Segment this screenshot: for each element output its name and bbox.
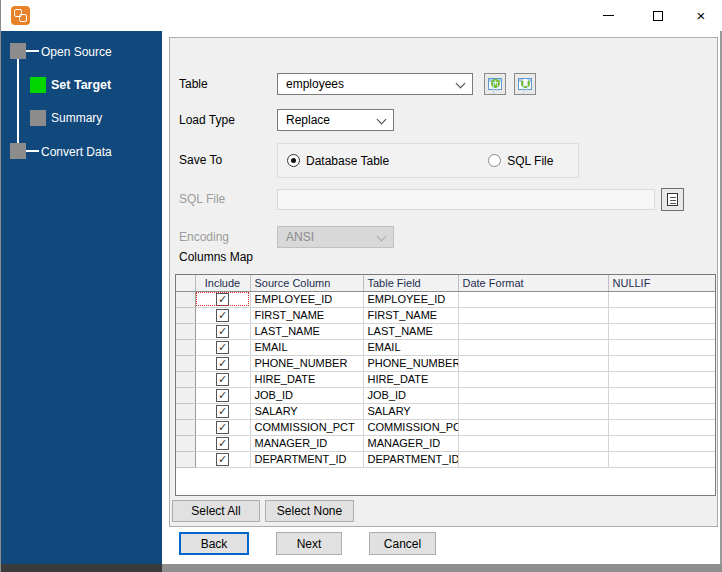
include-checkbox[interactable]: ✓ bbox=[216, 437, 229, 450]
table-field-cell[interactable]: COMMISSION_PCT bbox=[363, 419, 458, 435]
include-cell[interactable]: ✓ bbox=[195, 339, 250, 355]
include-checkbox[interactable]: ✓ bbox=[216, 293, 229, 306]
table-field-cell[interactable]: DEPARTMENT_ID bbox=[363, 451, 458, 467]
table-field-cell[interactable]: PHONE_NUMBER bbox=[363, 355, 458, 371]
row-selector[interactable] bbox=[176, 387, 195, 403]
include-cell[interactable]: ✓ bbox=[195, 291, 250, 307]
include-cell[interactable]: ✓ bbox=[195, 387, 250, 403]
include-checkbox[interactable]: ✓ bbox=[216, 309, 229, 322]
date-format-cell[interactable] bbox=[458, 387, 608, 403]
date-format-cell[interactable] bbox=[458, 323, 608, 339]
nullif-cell[interactable] bbox=[608, 435, 715, 451]
include-checkbox[interactable]: ✓ bbox=[216, 341, 229, 354]
row-selector[interactable] bbox=[176, 451, 195, 467]
nullif-cell[interactable] bbox=[608, 419, 715, 435]
row-selector[interactable] bbox=[176, 419, 195, 435]
minimize-button[interactable] bbox=[592, 0, 624, 31]
source-column-cell[interactable]: EMAIL bbox=[250, 339, 363, 355]
save-to-sql-file-option[interactable]: SQL File bbox=[488, 154, 553, 168]
refresh-tables-button[interactable] bbox=[514, 73, 536, 95]
sql-file-input[interactable] bbox=[277, 189, 655, 210]
source-column-cell[interactable]: EMPLOYEE_ID bbox=[250, 291, 363, 307]
select-none-button[interactable]: Select None bbox=[265, 500, 354, 522]
row-selector[interactable] bbox=[176, 435, 195, 451]
row-selector[interactable] bbox=[176, 291, 195, 307]
nullif-cell[interactable] bbox=[608, 371, 715, 387]
source-column-cell[interactable]: PHONE_NUMBER bbox=[250, 355, 363, 371]
date-format-cell[interactable] bbox=[458, 339, 608, 355]
table-field-cell[interactable]: LAST_NAME bbox=[363, 323, 458, 339]
table-field-cell[interactable]: FIRST_NAME bbox=[363, 307, 458, 323]
maximize-button[interactable] bbox=[642, 0, 674, 31]
nullif-cell[interactable] bbox=[608, 355, 715, 371]
include-cell[interactable]: ✓ bbox=[195, 435, 250, 451]
table-field-cell[interactable]: EMPLOYEE_ID bbox=[363, 291, 458, 307]
include-checkbox[interactable]: ✓ bbox=[216, 373, 229, 386]
cancel-button[interactable]: Cancel bbox=[369, 532, 436, 555]
nullif-cell[interactable] bbox=[608, 387, 715, 403]
source-column-cell[interactable]: COMMISSION_PCT bbox=[250, 419, 363, 435]
include-cell[interactable]: ✓ bbox=[195, 419, 250, 435]
step-marker-open-source bbox=[10, 43, 26, 59]
step-connector-stub bbox=[26, 150, 39, 152]
source-column-cell[interactable]: FIRST_NAME bbox=[250, 307, 363, 323]
nullif-cell[interactable] bbox=[608, 291, 715, 307]
source-column-cell[interactable]: JOB_ID bbox=[250, 387, 363, 403]
include-checkbox[interactable]: ✓ bbox=[216, 421, 229, 434]
next-button[interactable]: Next bbox=[276, 532, 342, 555]
nullif-cell[interactable] bbox=[608, 451, 715, 467]
add-table-button[interactable]: + bbox=[484, 73, 506, 95]
row-selector[interactable] bbox=[176, 323, 195, 339]
table-field-cell[interactable]: MANAGER_ID bbox=[363, 435, 458, 451]
date-format-cell[interactable] bbox=[458, 307, 608, 323]
include-cell[interactable]: ✓ bbox=[195, 307, 250, 323]
columns-map-grid: Include Source Column Table Field Date F… bbox=[175, 274, 716, 496]
source-column-cell[interactable]: LAST_NAME bbox=[250, 323, 363, 339]
table-field-cell[interactable]: SALARY bbox=[363, 403, 458, 419]
date-format-cell[interactable] bbox=[458, 451, 608, 467]
include-checkbox[interactable]: ✓ bbox=[216, 325, 229, 338]
close-button[interactable]: × bbox=[685, 0, 717, 31]
include-cell[interactable]: ✓ bbox=[195, 403, 250, 419]
nullif-cell[interactable] bbox=[608, 307, 715, 323]
table-field-cell[interactable]: HIRE_DATE bbox=[363, 371, 458, 387]
table-field-cell[interactable]: EMAIL bbox=[363, 339, 458, 355]
select-all-button[interactable]: Select All bbox=[172, 500, 260, 522]
row-selector[interactable] bbox=[176, 307, 195, 323]
include-cell[interactable]: ✓ bbox=[195, 371, 250, 387]
include-checkbox[interactable]: ✓ bbox=[216, 389, 229, 402]
save-to-group: Database Table SQL File bbox=[277, 143, 579, 178]
row-selector[interactable] bbox=[176, 355, 195, 371]
include-cell[interactable]: ✓ bbox=[195, 355, 250, 371]
date-format-cell[interactable] bbox=[458, 403, 608, 419]
load-type-select[interactable]: Replace bbox=[277, 109, 394, 131]
date-format-cell[interactable] bbox=[458, 435, 608, 451]
include-checkbox[interactable]: ✓ bbox=[216, 357, 229, 370]
source-column-cell[interactable]: SALARY bbox=[250, 403, 363, 419]
nullif-cell[interactable] bbox=[608, 403, 715, 419]
date-format-cell[interactable] bbox=[458, 291, 608, 307]
back-button[interactable]: Back bbox=[179, 532, 249, 555]
header-include: Include bbox=[195, 275, 250, 291]
source-column-cell[interactable]: DEPARTMENT_ID bbox=[250, 451, 363, 467]
chevron-down-icon bbox=[456, 79, 466, 89]
source-column-cell[interactable]: HIRE_DATE bbox=[250, 371, 363, 387]
include-checkbox[interactable]: ✓ bbox=[216, 453, 229, 466]
row-selector[interactable] bbox=[176, 403, 195, 419]
date-format-cell[interactable] bbox=[458, 355, 608, 371]
table-select[interactable]: employees bbox=[277, 73, 473, 95]
row-selector[interactable] bbox=[176, 371, 195, 387]
date-format-cell[interactable] bbox=[458, 371, 608, 387]
include-cell[interactable]: ✓ bbox=[195, 451, 250, 467]
include-cell[interactable]: ✓ bbox=[195, 323, 250, 339]
save-to-database-table-option[interactable]: Database Table bbox=[287, 154, 389, 168]
source-column-cell[interactable]: MANAGER_ID bbox=[250, 435, 363, 451]
browse-sql-file-button[interactable] bbox=[661, 188, 684, 211]
row-selector-header bbox=[176, 275, 195, 291]
row-selector[interactable] bbox=[176, 339, 195, 355]
nullif-cell[interactable] bbox=[608, 323, 715, 339]
table-field-cell[interactable]: JOB_ID bbox=[363, 387, 458, 403]
nullif-cell[interactable] bbox=[608, 339, 715, 355]
include-checkbox[interactable]: ✓ bbox=[216, 405, 229, 418]
date-format-cell[interactable] bbox=[458, 419, 608, 435]
